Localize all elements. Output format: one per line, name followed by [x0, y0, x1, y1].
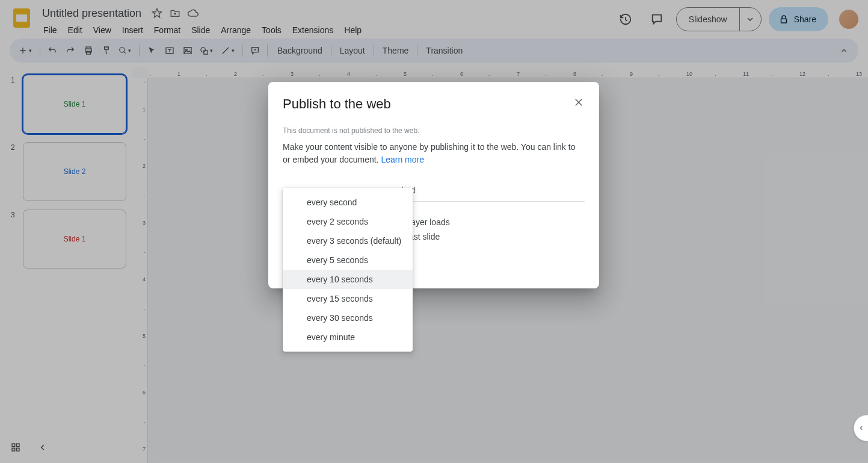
dropdown-item[interactable]: every 30 seconds [283, 308, 413, 328]
learn-more-link[interactable]: Learn more [381, 155, 424, 164]
dropdown-item[interactable]: every 15 seconds [283, 289, 413, 308]
dropdown-item[interactable]: every minute [283, 328, 413, 347]
option-text-partial-1: layer loads [409, 217, 585, 227]
dialog-title: Publish to the web [283, 96, 585, 112]
dialog-description: Make your content visible to anyone by p… [283, 141, 585, 166]
dropdown-item[interactable]: every second [283, 193, 413, 212]
dropdown-item[interactable]: every 10 seconds [283, 270, 413, 289]
auto-advance-dropdown: every secondevery 2 secondsevery 3 secon… [283, 188, 413, 352]
dropdown-item[interactable]: every 3 seconds (default) [283, 231, 413, 250]
option-text-partial-2: ast slide [409, 232, 585, 241]
close-icon[interactable] [571, 95, 586, 110]
dropdown-item[interactable]: every 5 seconds [283, 250, 413, 270]
dialog-subtitle: This document is not published to the we… [283, 126, 585, 135]
dropdown-item[interactable]: every 2 seconds [283, 212, 413, 231]
